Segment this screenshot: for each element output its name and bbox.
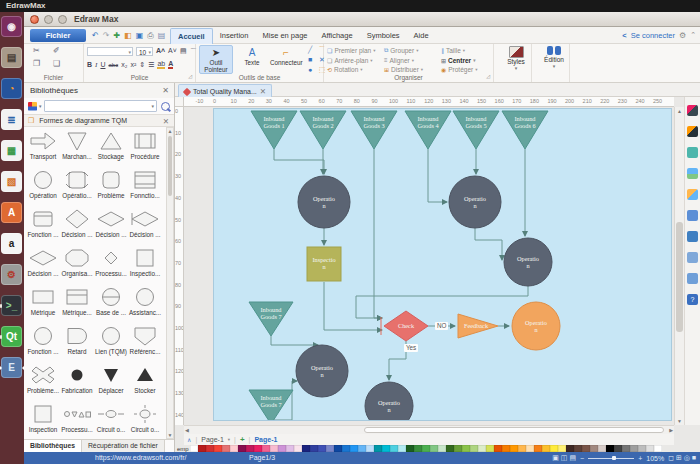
collapse-icon[interactable]: ∧ (187, 436, 191, 443)
system-settings-icon[interactable]: ⚙ (1, 264, 22, 285)
libreoffice-impress-launcher-item[interactable]: ▧ (0, 167, 24, 198)
library-item[interactable]: Circuit o... (94, 400, 128, 439)
color-swatch[interactable] (606, 445, 614, 452)
library-item[interactable]: Déplacer (94, 361, 128, 400)
font-style-icon-8[interactable]: ab (157, 60, 165, 69)
ubuntu-dash-launcher-item[interactable]: ◉ (0, 12, 24, 43)
theme-icon[interactable] (687, 105, 698, 116)
window-titlebar[interactable]: Edraw Max (24, 12, 700, 27)
ubuntu-dash-icon[interactable]: ◉ (1, 16, 22, 37)
format-painter-icon[interactable]: ✐ (53, 46, 60, 55)
file-menu-button[interactable]: Fichier (30, 29, 86, 42)
panel-tab-1[interactable]: Récupération de fichier (82, 440, 165, 452)
minimize-button[interactable] (44, 15, 53, 24)
close-button[interactable] (30, 15, 39, 24)
edition-button[interactable]: Édition▾ (535, 45, 573, 74)
color-swatch[interactable] (270, 445, 278, 452)
files-icon[interactable]: ▤ (1, 47, 22, 68)
color-swatch[interactable] (454, 445, 462, 452)
font-style-icon-9[interactable]: A (168, 60, 173, 69)
align-icon[interactable]: ▤ (180, 47, 187, 55)
color-swatch[interactable] (654, 445, 662, 452)
library-item[interactable]: Problème... (26, 361, 60, 400)
color-swatch[interactable] (294, 445, 302, 452)
quick-access-icon-3[interactable]: ◧ (124, 31, 132, 40)
tab-aide[interactable]: Aide (407, 28, 436, 44)
color-swatch[interactable] (646, 445, 654, 452)
pointer-tool-button[interactable]: ➤ Outil Pointeur (199, 45, 233, 74)
library-item[interactable]: Métrique... (60, 283, 94, 322)
library-item[interactable]: Circuit o... (128, 400, 162, 439)
firefox-icon[interactable]: ◔ (1, 78, 22, 99)
color-swatch[interactable] (534, 445, 542, 452)
mini-shape-tool-icon-3[interactable]: ✕ (317, 56, 327, 64)
maximize-button[interactable] (58, 15, 67, 24)
software-center-launcher-item[interactable]: A (0, 198, 24, 229)
zoom-slider-knob[interactable] (612, 456, 616, 460)
library-item[interactable]: Décision ... (128, 205, 162, 244)
color-swatch[interactable] (630, 445, 638, 452)
scrollbar-thumb[interactable] (168, 136, 172, 196)
paste-icon[interactable]: ❐ (33, 59, 40, 68)
color-swatch[interactable] (238, 445, 246, 452)
copy-icon[interactable]: ❏ (53, 59, 60, 68)
fill-color-icon[interactable] (687, 147, 698, 158)
qt-creator-icon[interactable]: Qt (1, 326, 22, 347)
library-item[interactable]: Transport (26, 127, 60, 166)
vscrollbar-thumb[interactable] (676, 222, 683, 332)
library-close-icon[interactable]: ✕ (162, 83, 169, 98)
font-style-icon-0[interactable]: B (87, 61, 92, 68)
horizontal-scrollbar[interactable]: ◀ ▶ (184, 425, 674, 434)
arc-text-icon[interactable]: ⌒ (190, 47, 197, 57)
color-swatch[interactable] (590, 445, 598, 452)
dialog-launcher-icon[interactable]: ◿ (188, 72, 192, 81)
fit-view-icons[interactable]: ◻ ⊞ ◎ ■ (668, 454, 696, 462)
library-item[interactable]: Fabrication (60, 361, 94, 400)
quick-access-icon-0[interactable]: ↶ (92, 31, 99, 40)
libreoffice-writer-icon[interactable]: ≣ (1, 109, 22, 130)
library-item[interactable]: Problème (94, 166, 128, 205)
font-style-icon-3[interactable]: abc (108, 62, 118, 68)
color-swatch[interactable] (414, 445, 422, 452)
color-swatch[interactable] (470, 445, 478, 452)
color-swatch[interactable] (478, 445, 486, 452)
styles-button[interactable]: Styles▾ (497, 45, 535, 74)
scroll-down-icon[interactable]: ▼ (675, 418, 684, 424)
tab-accueil[interactable]: Accueil (170, 28, 213, 44)
color-swatch[interactable] (494, 445, 502, 452)
color-swatch[interactable] (582, 445, 590, 452)
tab-insertion[interactable]: Insertion (213, 28, 256, 44)
system-menubar[interactable]: EdrawMax (0, 0, 700, 12)
color-swatch[interactable] (254, 445, 262, 452)
section-close-icon[interactable]: ✕ (163, 116, 169, 127)
amazon-launcher-item[interactable]: a (0, 229, 24, 260)
color-swatch[interactable] (198, 445, 206, 452)
color-swatch[interactable] (302, 445, 310, 452)
system-menu-title[interactable]: EdrawMax (6, 1, 46, 10)
color-swatch[interactable] (310, 445, 318, 452)
tab-close-icon[interactable]: ✕ (260, 87, 266, 96)
color-swatch[interactable] (422, 445, 430, 452)
chevron-down-icon[interactable]: ▾ (228, 437, 230, 442)
color-swatch[interactable] (334, 445, 342, 452)
library-item[interactable]: Stocker (128, 361, 162, 400)
mini-shape-tool-icon-1[interactable]: ⌒ (317, 46, 327, 54)
panel-tab-0[interactable]: Bibliothèques (24, 440, 82, 452)
color-swatch[interactable] (350, 445, 358, 452)
page-tab-active[interactable]: Page-1 (254, 436, 277, 443)
color-swatch[interactable] (326, 445, 334, 452)
tab-affichage[interactable]: Affichage (315, 28, 360, 44)
color-swatch[interactable] (566, 445, 574, 452)
color-swatch[interactable] (446, 445, 454, 452)
library-item[interactable]: Procédure (128, 127, 162, 166)
color-swatch[interactable] (462, 445, 470, 452)
dialog-launcher-icon[interactable]: ◿ (486, 72, 490, 81)
library-item[interactable]: Fonction ... (26, 322, 60, 361)
quick-access-icon-6[interactable]: ▤ (158, 31, 166, 40)
font-family-combo[interactable]: ▾ (87, 47, 133, 56)
libreoffice-calc-icon[interactable]: ▦ (1, 140, 22, 161)
document-icon[interactable] (687, 252, 698, 263)
color-swatch[interactable] (438, 445, 446, 452)
library-item[interactable]: Fonnctio... (128, 166, 162, 205)
library-item[interactable]: Organisa... (60, 244, 94, 283)
